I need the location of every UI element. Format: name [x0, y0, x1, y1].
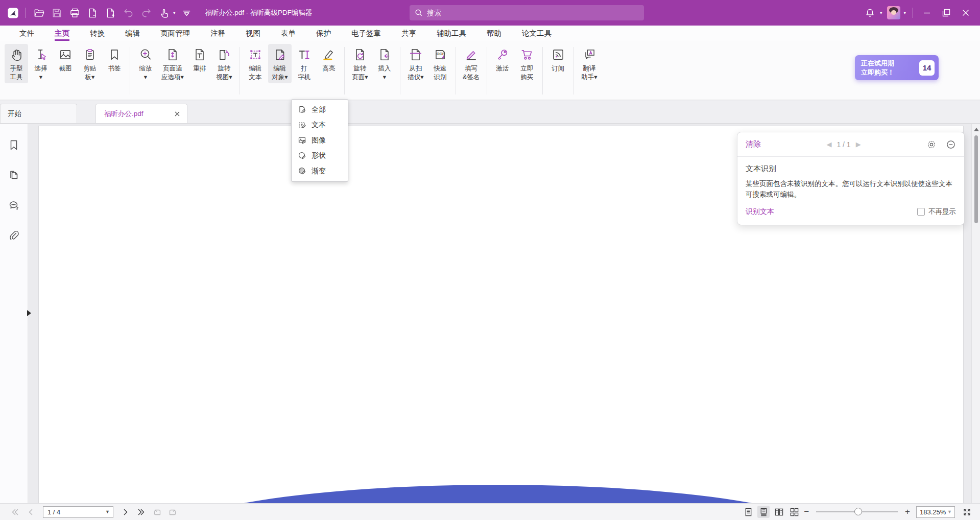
ribbon-button-edit-text[interactable]: 编辑 文本: [244, 44, 267, 83]
sidebar-pages-button[interactable]: [7, 169, 20, 182]
ribbon-button-clipboard[interactable]: 剪贴 板▾: [78, 44, 102, 83]
ribbon-button-label: 手型 工具: [10, 64, 23, 81]
menu-home[interactable]: 主页: [55, 26, 69, 41]
ribbon-button-translate-assistant[interactable]: 翻译 助手▾: [578, 44, 601, 83]
tab-document[interactable]: 福昕办公.pdf: [95, 104, 187, 123]
avatar-dropdown-chevron[interactable]: ▾: [903, 10, 906, 15]
menu-page-management[interactable]: 页面管理: [160, 26, 190, 41]
ribbon-button-insert[interactable]: 插入 ▾: [373, 44, 396, 83]
ribbon-button-subscribe[interactable]: 订阅: [546, 44, 570, 75]
dont-show-checkbox[interactable]: [917, 208, 925, 216]
foxit-logo[interactable]: [6, 6, 19, 19]
ribbon-button-edit-object[interactable]: 编辑 对象▾: [268, 44, 292, 83]
sidebar-bookmarks-button[interactable]: [7, 138, 20, 152]
tab-close-icon[interactable]: [174, 110, 181, 117]
avatar[interactable]: [887, 6, 900, 19]
menu-convert[interactable]: 转换: [90, 26, 105, 41]
quick-access-customize-icon[interactable]: [180, 6, 194, 19]
last-page-button[interactable]: [137, 508, 146, 516]
search-box[interactable]: [410, 5, 644, 20]
restore-button[interactable]: [939, 6, 953, 20]
sidebar-comments-button[interactable]: [7, 199, 20, 212]
menu-item-all[interactable]: 全部: [292, 102, 348, 117]
print-button[interactable]: [68, 6, 81, 19]
notification-bell-button[interactable]: [864, 6, 877, 19]
menu-protect[interactable]: 保护: [316, 26, 331, 41]
search-input[interactable]: [427, 9, 639, 17]
ribbon-button-highlight[interactable]: 高亮: [317, 44, 341, 75]
zoom-level-box[interactable]: 183.25% ▼: [916, 506, 955, 518]
menu-item-gradient[interactable]: 渐变: [292, 163, 348, 179]
sidebar-expand-handle[interactable]: [27, 310, 31, 316]
page-box-chevron-icon[interactable]: ▼: [105, 509, 113, 514]
previous-view-button[interactable]: [153, 508, 161, 516]
first-page-button[interactable]: [11, 508, 19, 516]
fullscreen-button[interactable]: [963, 508, 971, 516]
next-view-button[interactable]: [169, 508, 177, 516]
layout-facing-button[interactable]: [773, 506, 785, 518]
ribbon-button-page-fit[interactable]: 页面适 应选项▾: [158, 44, 187, 83]
zoom-in-button[interactable]: +: [905, 507, 910, 517]
next-notification-arrow-icon[interactable]: ▶: [856, 140, 861, 148]
menu-comment[interactable]: 注释: [210, 26, 225, 41]
menu-accessibility[interactable]: 辅助工具: [437, 26, 466, 41]
zoom-out-button[interactable]: −: [804, 507, 809, 517]
menu-file[interactable]: 文件: [19, 26, 34, 41]
zoom-slider[interactable]: [816, 511, 898, 512]
page-number-box[interactable]: 1 / 4 ▼: [43, 506, 113, 518]
minimize-button[interactable]: [920, 6, 934, 20]
sidebar-attachments-button[interactable]: [7, 229, 20, 242]
ribbon-button-rotate-view[interactable]: 旋转 视图▾: [212, 44, 236, 83]
scroll-up-arrow[interactable]: [974, 128, 979, 131]
menu-edit[interactable]: 编辑: [125, 26, 140, 41]
ribbon-button-activate[interactable]: 激活: [491, 44, 514, 75]
ribbon-button-rotate-pages[interactable]: 旋转 页面▾: [348, 44, 372, 83]
add-page-button[interactable]: [104, 6, 117, 19]
menu-item-shape[interactable]: 形状: [292, 148, 348, 163]
menu-share[interactable]: 共享: [401, 26, 416, 41]
menu-view[interactable]: 视图: [246, 26, 260, 41]
ribbon-button-buy-now[interactable]: 立即 购买: [515, 44, 539, 83]
prev-page-button[interactable]: [27, 508, 35, 516]
ribbon-button-bookmark[interactable]: 书签: [103, 44, 126, 75]
menu-item-text[interactable]: 文本: [292, 117, 348, 133]
ribbon-button-hand-tool[interactable]: 手型 工具: [5, 44, 28, 83]
hand-gesture-dropdown-chevron[interactable]: ▾: [173, 10, 176, 15]
trial-banner[interactable]: 正在试用期 立即购买！ 14: [855, 55, 939, 80]
save-button[interactable]: [50, 6, 63, 19]
menu-help[interactable]: 帮助: [487, 26, 501, 41]
menu-form[interactable]: 表单: [281, 26, 296, 41]
layout-continuous-button[interactable]: [757, 506, 770, 518]
recognize-text-link[interactable]: 识别文本: [746, 207, 774, 217]
zoom-slider-knob[interactable]: [854, 508, 862, 515]
close-button[interactable]: [959, 6, 973, 20]
ribbon-button-reflow[interactable]: 重排: [188, 44, 211, 75]
ribbon-button-quick-ocr[interactable]: OCR 快速 识别: [428, 44, 452, 83]
hand-gesture-button[interactable]: [157, 6, 171, 19]
gear-icon[interactable]: [926, 139, 937, 150]
ribbon-button-select[interactable]: 选择 ▾: [29, 44, 53, 83]
tab-start[interactable]: 开始: [0, 104, 77, 123]
next-page-button[interactable]: [121, 508, 130, 516]
ribbon-button-snapshot[interactable]: 截图: [54, 44, 77, 75]
ribbon-button-typewriter[interactable]: 打 字机: [293, 44, 316, 83]
ribbon-button-zoom[interactable]: 缩放 ▾: [134, 44, 157, 83]
prev-notification-arrow-icon[interactable]: ◀: [826, 140, 831, 148]
bell-dropdown-chevron[interactable]: ▾: [880, 10, 882, 15]
clear-link[interactable]: 清除: [746, 139, 761, 149]
export-page-button[interactable]: [86, 6, 99, 19]
menu-item-image[interactable]: 图像: [292, 133, 348, 148]
vertical-scrollbar[interactable]: [971, 124, 980, 503]
layout-facing-continuous-button[interactable]: [788, 506, 800, 518]
ribbon-button-fill-sign[interactable]: 填写 &签名: [460, 44, 483, 83]
ribbon-button-from-scanner[interactable]: 从扫 描仪▾: [404, 44, 427, 83]
scroll-thumb[interactable]: [974, 135, 978, 223]
zoom-box-chevron-icon[interactable]: ▼: [947, 509, 954, 514]
layout-single-button[interactable]: [742, 506, 754, 518]
open-file-button[interactable]: [32, 6, 45, 19]
minus-circle-icon[interactable]: [946, 139, 956, 150]
menu-paper-tools[interactable]: 论文工具: [522, 26, 552, 41]
undo-button[interactable]: [122, 6, 135, 19]
menu-esign[interactable]: 电子签章: [351, 26, 381, 41]
redo-button[interactable]: [139, 6, 153, 19]
